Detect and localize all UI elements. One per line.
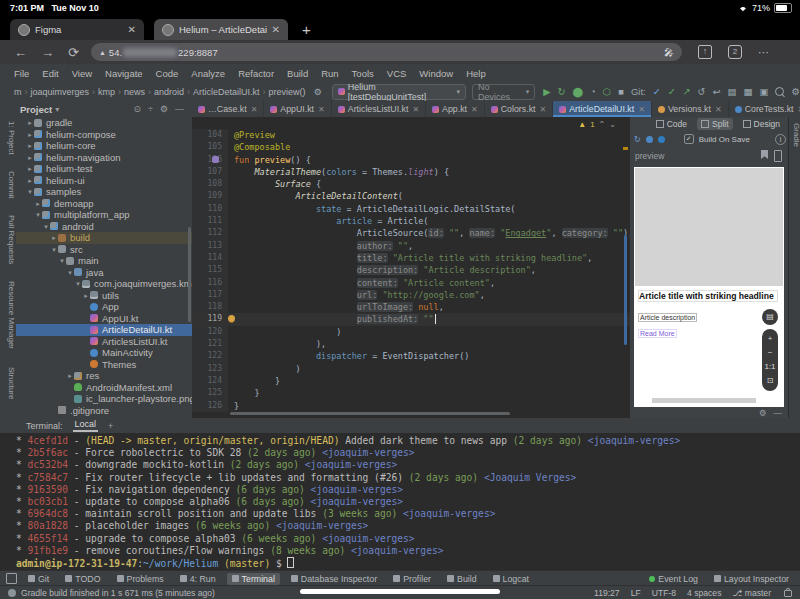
tree-row[interactable]: ▸helium-navigation [16,152,192,164]
tree-row[interactable]: ▸helium-core [16,140,192,152]
reload-button[interactable]: ⟳ [68,45,79,60]
attach-debugger-icon[interactable]: ⬡ [603,86,611,97]
device-frame-icon[interactable] [774,150,782,162]
close-tab-icon[interactable]: ✕ [539,105,546,114]
git-update-icon[interactable]: ✓ [653,86,661,97]
menu-item-vcs[interactable]: VCS [387,68,407,79]
tree-arrow-icon[interactable]: ▾ [26,186,34,198]
deploy-preview-icon[interactable] [658,136,665,143]
new-tab-button[interactable]: + [302,21,311,40]
search-icon[interactable] [775,87,784,96]
tree-row[interactable]: ▾main [16,255,192,267]
tree-row[interactable]: ▸build [16,232,192,244]
caret-position[interactable]: 119:27 [594,588,620,598]
tree-arrow-icon[interactable]: ▸ [34,198,42,210]
next-issue-icon[interactable]: ⌄ [609,120,616,129]
editor-horizontal-scrollbar[interactable] [230,412,510,415]
menu-item-run[interactable]: Run [321,68,338,79]
tree-arrow-icon[interactable]: ▾ [74,278,82,290]
tree-row[interactable]: .gitignore [16,405,192,417]
tree-row[interactable]: ▸res [16,370,192,382]
tree-row[interactable]: ▾android [16,221,192,233]
settings-icon[interactable]: ⚙ [791,86,800,97]
tree-arrow-icon[interactable]: ▸ [50,232,58,244]
line-ending[interactable]: LF [631,588,641,598]
breadcrumb-item[interactable]: news [124,87,145,97]
locate-icon[interactable]: ⊙ [133,104,141,114]
toolwindow-button-4-run[interactable]: 4: Run [175,573,221,585]
tree-row[interactable]: ▾java [16,267,192,279]
tree-arrow-icon[interactable]: ▾ [58,255,66,267]
close-tab-icon[interactable]: ✕ [471,105,478,114]
editor-tab[interactable]: CoreTests.kt✕ [729,101,800,117]
menu-item-analyze[interactable]: Analyze [191,68,225,79]
menu-item-edit[interactable]: Edit [42,68,58,79]
tree-row[interactable]: ▸helium-compose [16,129,192,141]
tree-arrow-icon[interactable]: ▸ [26,117,34,129]
wrench-icon[interactable]: ⚙ [314,87,322,97]
tool-strip-item[interactable]: Pull Requests [0,213,16,264]
interactive-preview-icon[interactable] [646,136,653,143]
browser-tab[interactable]: Helium – ArticleDetailUI✕ [154,19,288,40]
close-tab-icon[interactable]: ✕ [638,105,645,114]
git-branch[interactable]: ⎇ master [732,588,771,598]
code-editor[interactable]: 104@Preview105@Composable106fun preview(… [192,117,630,418]
close-tab-icon[interactable]: ✕ [272,24,280,35]
menu-item-navigate[interactable]: Navigate [105,68,143,79]
prev-issue-icon[interactable]: ⌃ [599,120,606,129]
new-terminal-icon[interactable]: + [108,421,113,431]
menu-item-refactor[interactable]: Refactor [238,68,274,79]
tree-arrow-icon[interactable]: ▸ [66,370,74,382]
profile-icon[interactable]: ◔ [590,86,596,97]
git-push-icon[interactable]: ↗ [683,86,691,97]
tool-strip-item[interactable]: Structure [0,365,16,399]
tree-arrow-icon[interactable]: ▾ [42,221,50,233]
toolwindow-button-layout-inspector[interactable]: Layout Inspector [709,573,794,585]
info-icon[interactable]: i [775,134,786,145]
rollback-icon[interactable]: ↩ [713,86,721,97]
close-tab-icon[interactable]: ✕ [412,105,419,114]
tree-arrow-icon[interactable]: ▸ [26,152,34,164]
tree-row[interactable]: App [16,301,192,313]
preview-scrollbar[interactable] [652,398,756,403]
breadcrumb-item[interactable]: ArticleDetailUI.kt [193,87,260,97]
tree-arrow-icon[interactable]: ▸ [26,140,34,152]
menu-item-view[interactable]: View [72,68,92,79]
tree-row[interactable]: ic_launcher-playstore.png [16,393,192,405]
address-bar[interactable]: ▲ 54. 229:8887 🎤︎ [91,43,682,61]
editor-tab[interactable]: AppUI.kt✕ [264,101,331,117]
hide-panel-icon[interactable]: — [175,104,184,114]
close-tab-icon[interactable]: ✕ [128,24,136,35]
terminal-tab-local[interactable]: Local [73,419,99,432]
zoom-fit-button[interactable]: ⊡ [762,374,778,388]
mode-code[interactable]: Code [652,118,691,130]
terminal-output[interactable]: * 4cefd1d - (HEAD -> master, origin/mast… [16,435,800,570]
indent-setting[interactable]: 4 spaces [687,588,721,598]
toolwindow-button-terminal[interactable]: Terminal [227,573,280,585]
editor-tab[interactable]: Versions.kt✕ [652,101,729,117]
browser-menu-button[interactable]: ⋯ [758,46,769,59]
tree-row[interactable]: ArticlesListUI.kt [16,336,192,348]
compose-preview-frame[interactable]: Article title with striking headline Art… [634,167,784,407]
tree-arrow-icon[interactable]: ▸ [82,290,90,302]
editor-tab[interactable]: …Case.kt✕ [192,101,264,117]
tree-arrow-icon[interactable]: ▾ [34,209,42,221]
mode-split[interactable]: Split [697,118,733,130]
compose-preview-gutter-icon[interactable] [212,156,219,163]
tree-row[interactable]: ▸utils [16,290,192,302]
collapse-all-icon[interactable]: ÷ [148,104,153,114]
tree-row[interactable]: AndroidManifest.xml [16,382,192,394]
editor-tab[interactable]: App.kt✕ [426,101,485,117]
toolwindow-button-git[interactable]: Git [23,573,54,585]
status-message[interactable]: Gradle build finished in 1 s 671 ms (5 m… [21,588,215,598]
tree-arrow-icon[interactable]: ▸ [26,129,34,141]
run-icon[interactable]: ▶ [543,86,550,97]
share-button[interactable]: ↑ [698,45,712,59]
close-tab-icon[interactable]: ✕ [251,105,258,114]
project-panel-header[interactable]: Project ▾ ⊙ ÷ ⚙ — [0,101,192,117]
mic-icon[interactable]: 🎤︎ [664,47,674,58]
history-icon[interactable]: ↺ [698,86,706,97]
editor-tab[interactable]: ArticleDetailUI.kt✕ [553,101,652,117]
apply-changes-icon[interactable]: ↻ [557,86,565,97]
tree-row[interactable]: ▾src [16,244,192,256]
